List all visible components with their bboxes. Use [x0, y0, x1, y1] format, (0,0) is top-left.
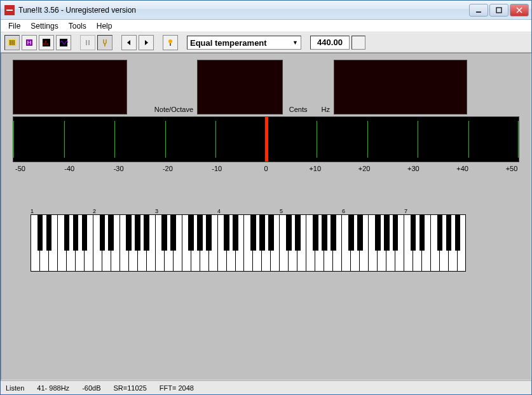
black-key[interactable]	[322, 215, 327, 251]
black-key[interactable]	[82, 215, 88, 251]
meter-needle	[265, 117, 268, 162]
octave-label: 1	[31, 208, 93, 214]
display-panels: Note/Octave Cents Hz	[13, 60, 519, 114]
black-key[interactable]	[411, 215, 416, 251]
titlebar[interactable]: Tune!It 3.56 - Unregistered version	[1, 1, 531, 20]
black-key[interactable]	[259, 215, 265, 251]
svg-rect-15	[86, 40, 87, 45]
status-fft: FFT= 2048	[160, 384, 194, 392]
black-key[interactable]	[357, 215, 363, 251]
black-key[interactable]	[38, 215, 43, 251]
hz-label: Hz	[318, 106, 334, 114]
maximize-button[interactable]	[489, 4, 508, 17]
status-bar: Listen 41- 988Hz -60dB SR=11025 FFT= 204…	[1, 380, 531, 394]
reference-frequency-input[interactable]: 440.00	[310, 36, 350, 50]
status-range: 41- 988Hz	[37, 384, 69, 392]
svg-rect-1	[496, 8, 501, 13]
black-key[interactable]	[126, 215, 132, 251]
scale-tick: +20	[357, 165, 372, 172]
octave-label: 3	[155, 208, 217, 214]
light-button[interactable]	[163, 35, 178, 50]
tuner-view-button[interactable]	[4, 35, 20, 50]
black-key[interactable]	[384, 215, 390, 251]
tuning-fork-button[interactable]	[97, 35, 113, 50]
next-button[interactable]	[139, 35, 154, 50]
note-display	[13, 60, 127, 114]
svg-rect-14	[60, 39, 67, 46]
app-icon	[4, 5, 15, 15]
black-key[interactable]	[348, 215, 354, 251]
pause-button[interactable]	[80, 35, 95, 50]
dropdown-arrow-icon: ▼	[292, 39, 298, 46]
note-octave-label: Note/Octave	[151, 106, 197, 114]
octave-label: 2	[93, 208, 155, 214]
octave-labels: 1 2 3 4 5 6 7	[31, 208, 519, 214]
status-level: -60dB	[82, 384, 100, 392]
black-key[interactable]	[437, 215, 443, 251]
waveform-button[interactable]	[56, 35, 71, 50]
black-key[interactable]	[197, 215, 203, 251]
client-area: Note/Octave Cents Hz -50 -40 -30 -	[1, 53, 531, 380]
svg-point-19	[168, 39, 172, 43]
window-title: Tune!It 3.56 - Unregistered version	[18, 6, 469, 15]
black-key[interactable]	[446, 215, 452, 251]
black-key[interactable]	[268, 215, 274, 251]
octave-label: 5	[280, 208, 342, 214]
cents-display	[197, 60, 283, 114]
color-swatch[interactable]	[351, 36, 365, 50]
octave-label: 4	[217, 208, 280, 214]
toolbar: H Equal temperament ▼ 440.00	[1, 32, 531, 53]
menubar: File Settings Tools Help	[1, 20, 531, 32]
menu-tools[interactable]: Tools	[64, 20, 92, 32]
black-key[interactable]	[286, 215, 292, 251]
menu-settings[interactable]: Settings	[25, 20, 63, 32]
frequency-display	[334, 60, 467, 114]
black-key[interactable]	[393, 215, 399, 251]
octave-label: 6	[342, 208, 404, 214]
menu-help[interactable]: Help	[92, 20, 118, 32]
menu-file[interactable]: File	[3, 20, 25, 32]
harmonics-button[interactable]: H	[22, 35, 37, 50]
black-key[interactable]	[188, 215, 194, 251]
svg-marker-17	[127, 40, 130, 45]
scale-tick: -30	[111, 165, 126, 172]
black-key[interactable]	[295, 215, 301, 251]
svg-rect-20	[170, 43, 171, 46]
piano-keyboard[interactable]	[31, 214, 466, 272]
black-key[interactable]	[108, 215, 114, 251]
temperament-value: Equal temperament	[190, 38, 267, 48]
scale-tick: +50	[504, 165, 519, 172]
black-key[interactable]	[170, 215, 176, 251]
application-window: Tune!It 3.56 - Unregistered version File…	[0, 0, 532, 395]
spectrum-button[interactable]	[39, 35, 54, 50]
black-key[interactable]	[250, 215, 256, 251]
black-key[interactable]	[313, 215, 318, 251]
cents-meter	[13, 116, 519, 162]
piano-area: 1 2 3 4 5 6 7	[13, 208, 519, 272]
svg-rect-16	[88, 40, 90, 45]
black-key[interactable]	[375, 215, 381, 251]
black-key[interactable]	[100, 215, 106, 251]
scale-tick: -20	[160, 165, 175, 172]
scale-tick: -40	[62, 165, 77, 172]
scale-tick: -10	[209, 165, 224, 172]
black-key[interactable]	[455, 215, 461, 251]
black-key[interactable]	[224, 215, 229, 251]
black-key[interactable]	[46, 215, 52, 251]
scale-tick: +40	[455, 165, 470, 172]
prev-button[interactable]	[121, 35, 137, 50]
black-key[interactable]	[135, 215, 140, 251]
black-key[interactable]	[331, 215, 336, 251]
black-key[interactable]	[64, 215, 70, 251]
black-key[interactable]	[419, 215, 425, 251]
temperament-select[interactable]: Equal temperament ▼	[187, 36, 301, 50]
black-key[interactable]	[73, 215, 79, 251]
black-key[interactable]	[144, 215, 149, 251]
black-key[interactable]	[206, 215, 212, 251]
black-key[interactable]	[161, 215, 167, 251]
minimize-button[interactable]	[469, 4, 488, 17]
scale-tick: +10	[308, 165, 323, 172]
black-key[interactable]	[233, 215, 238, 251]
close-button[interactable]	[510, 4, 529, 17]
octave-label: 7	[404, 208, 467, 214]
